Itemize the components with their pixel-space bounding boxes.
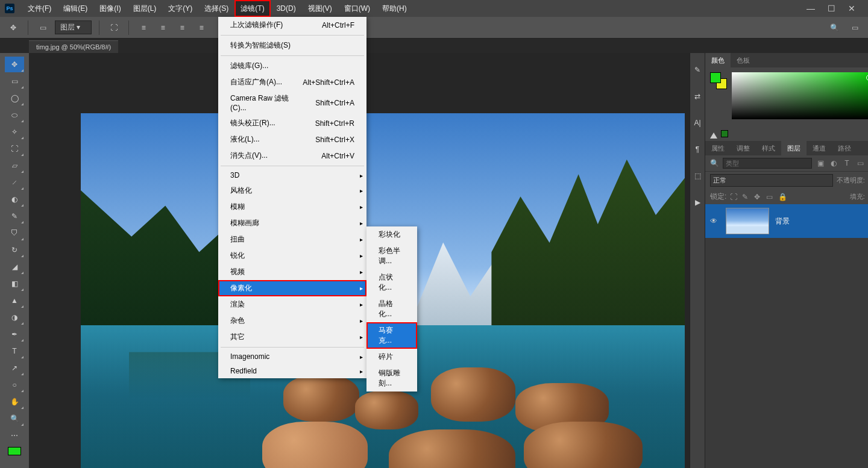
filter-render[interactable]: 渲染 (218, 296, 366, 313)
pen-tool[interactable]: ✒ (5, 326, 24, 342)
filter-blur[interactable]: 模糊 (218, 199, 366, 215)
move-tool-icon[interactable]: ✥ (6, 20, 20, 35)
pixelate-color-halftone[interactable]: 彩色半调... (366, 243, 417, 269)
menu-edit[interactable]: 编辑(E) (57, 0, 93, 17)
filter-other[interactable]: 其它 (218, 329, 366, 345)
menu-layer[interactable]: 图层(L) (127, 0, 163, 17)
layer-name[interactable]: 背景 (775, 216, 790, 226)
marquee-tool[interactable]: ▭ (5, 73, 24, 89)
filter-imagenomic[interactable]: Imagenomic (218, 349, 366, 364)
workspace-icon[interactable]: ▭ (848, 20, 862, 35)
menu-view[interactable]: 视图(V) (302, 0, 338, 17)
blur-tool[interactable]: ▲ (5, 293, 24, 308)
menu-window[interactable]: 窗口(W) (338, 0, 376, 17)
layer-thumbnail[interactable] (726, 208, 769, 234)
gradient-tool[interactable]: ◧ (5, 276, 24, 292)
pixelate-crystallize[interactable]: 晶格化... (366, 296, 417, 322)
filter-adjust-icon[interactable]: ◐ (829, 158, 838, 168)
frame-tool[interactable]: ▱ (5, 158, 24, 173)
lock-position-icon[interactable]: ✥ (754, 193, 763, 201)
filter-camera-raw[interactable]: Camera Raw 滤镜(C)...Shift+Ctrl+A (218, 90, 366, 115)
hand-tool[interactable]: ✋ (5, 394, 24, 410)
character-icon[interactable]: A| (690, 116, 705, 130)
menu-select[interactable]: 选择(S) (198, 0, 234, 17)
align-left-icon[interactable]: ≡ (136, 20, 151, 35)
filter-smart[interactable]: 转换为智能滤镜(S) (218, 37, 366, 54)
fg-color-swatch[interactable] (8, 447, 21, 455)
auto-select-icon[interactable]: ▭ (36, 20, 50, 35)
filter-sharpen[interactable]: 锐化 (218, 248, 366, 264)
document-tab[interactable]: timg.jpg @ 50%(RGB/8#) (29, 40, 118, 53)
filter-liquify[interactable]: 液化(L)...Shift+Ctrl+X (218, 131, 366, 148)
filter-blur-gallery[interactable]: 模糊画廊 (218, 215, 366, 231)
pixelate-pointillize[interactable]: 点状化... (366, 269, 417, 296)
adjustments-tab[interactable]: 调整 (731, 141, 756, 155)
paragraph-icon[interactable]: ¶ (690, 142, 705, 157)
history-brush-tool[interactable]: ↻ (5, 242, 24, 258)
zoom-tool[interactable]: 🔍 (5, 411, 24, 426)
type-tool[interactable]: T (5, 343, 24, 359)
filter-3d[interactable]: 3D (218, 168, 366, 183)
lock-all-icon[interactable]: 🔒 (778, 193, 787, 201)
filter-image-icon[interactable]: ▣ (816, 158, 825, 168)
lock-brush-icon[interactable]: ✎ (742, 193, 750, 201)
align-right-icon[interactable]: ≡ (175, 20, 189, 35)
pixelate-facet[interactable]: 彩块化 (366, 226, 417, 243)
menu-filter[interactable]: 滤镜(T) (234, 0, 270, 17)
align-top-icon[interactable]: ≡ (194, 20, 209, 35)
lasso-tool[interactable]: ◯ (5, 90, 24, 106)
filter-redfield[interactable]: Redfield (218, 364, 366, 378)
shape-tool[interactable]: ○ (5, 377, 24, 393)
styles-tab[interactable]: 样式 (756, 141, 781, 155)
color-field[interactable] (732, 72, 868, 119)
eraser-tool[interactable]: ◢ (5, 259, 24, 275)
brushes-icon[interactable]: ⇄ (690, 89, 705, 104)
filter-vanishing-point[interactable]: 消失点(V)...Alt+Ctrl+V (218, 148, 366, 164)
fg-bg-swatches[interactable] (710, 72, 727, 89)
maximize-button[interactable]: ☐ (826, 3, 837, 14)
layer-filter-input[interactable] (723, 158, 812, 169)
channels-tab[interactable]: 通道 (807, 141, 832, 155)
color-tab[interactable]: 颜色 (705, 53, 731, 67)
path-select-tool[interactable]: ↗ (5, 360, 24, 376)
spot-heal-tool[interactable]: ◐ (5, 192, 24, 207)
filter-pixelate[interactable]: 像素化 (218, 280, 366, 296)
menu-file[interactable]: 文件(F) (22, 0, 57, 17)
libraries-icon[interactable]: ⬚ (690, 169, 705, 183)
properties-tab[interactable]: 属性 (705, 141, 731, 155)
filter-video[interactable]: 视频 (218, 264, 366, 280)
swatches-tab[interactable]: 色板 (731, 53, 756, 67)
transform-controls-icon[interactable]: ⛶ (107, 20, 121, 35)
safe-color-swatch[interactable] (721, 130, 728, 137)
menu-type[interactable]: 文字(Y) (162, 0, 198, 17)
crop-tool[interactable]: ⛶ (5, 141, 24, 157)
actions-icon[interactable]: ▶ (690, 195, 705, 210)
clone-stamp-tool[interactable]: ⛉ (5, 225, 24, 241)
quick-select-tool[interactable]: ⬭ (5, 107, 24, 123)
menu-3d[interactable]: 3D(D) (271, 0, 302, 17)
target-select[interactable]: 图层 ▾ (55, 20, 92, 34)
pixelate-fragment[interactable]: 碎片 (366, 349, 417, 365)
menu-image[interactable]: 图像(I) (93, 0, 127, 17)
filter-adaptive-wide-angle[interactable]: 自适应广角(A)...Alt+Shift+Ctrl+A (218, 74, 366, 90)
filter-gallery[interactable]: 滤镜库(G)... (218, 58, 366, 74)
filter-lens-correction[interactable]: 镜头校正(R)...Shift+Ctrl+R (218, 115, 366, 131)
layers-tab[interactable]: 图层 (781, 141, 807, 155)
move-tool[interactable]: ✥ (5, 57, 24, 72)
pixelate-mosaic[interactable]: 马赛克... (366, 322, 417, 349)
paths-tab[interactable]: 路径 (832, 141, 857, 155)
pixelate-mezzotint[interactable]: 铜版雕刻... (366, 365, 417, 392)
filter-stylize[interactable]: 风格化 (218, 183, 366, 199)
visibility-icon[interactable]: 👁 (710, 217, 720, 225)
blend-mode-select[interactable]: 正常 (710, 174, 833, 187)
filter-type-icon[interactable]: T (842, 158, 852, 168)
filter-noise[interactable]: 杂色 (218, 313, 366, 329)
eyedropper-tool[interactable]: ⟋ (5, 175, 24, 190)
edit-toolbar[interactable]: ⋯ (5, 428, 24, 443)
align-center-icon[interactable]: ≡ (156, 20, 170, 35)
dodge-tool[interactable]: ◑ (5, 310, 24, 325)
lock-pixels-icon[interactable]: ⛶ (730, 193, 738, 201)
brush-tool[interactable]: ✎ (5, 208, 24, 224)
filter-distort[interactable]: 扭曲 (218, 231, 366, 248)
filter-shape-icon[interactable]: ▭ (855, 158, 865, 168)
